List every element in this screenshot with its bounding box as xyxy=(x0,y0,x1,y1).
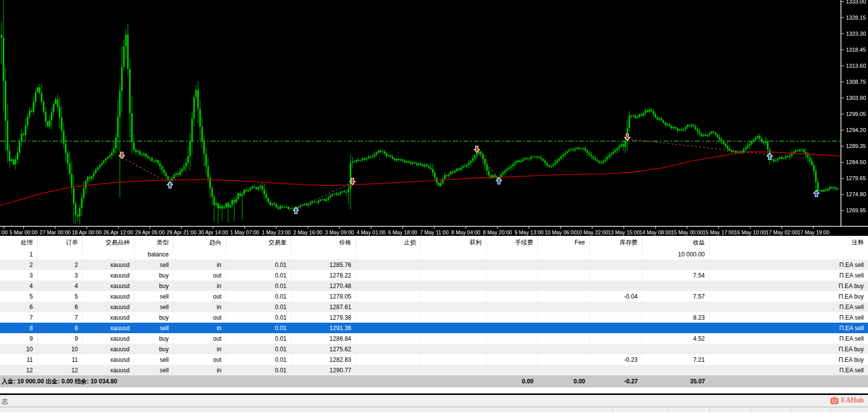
table-cell xyxy=(538,365,589,375)
column-header[interactable]: 手续费 xyxy=(486,236,538,249)
table-cell: out xyxy=(173,333,226,344)
table-cell xyxy=(642,259,709,270)
table-cell: 8 xyxy=(37,323,82,333)
deals-table: 处理订单交易品种类型趋向交易量价格止损获利手续费Fee库存费收益注释1balan… xyxy=(0,236,868,387)
status-separator xyxy=(751,408,752,412)
column-header[interactable]: 交易量 xyxy=(226,236,291,249)
table-cell: 1278.05 xyxy=(291,291,356,302)
table-row[interactable]: 99xauusdbuyout0.011286.844.52Π.EA sell xyxy=(0,333,868,344)
table-row[interactable]: 44xauusdbuyin0.011270.48Π.EA buy xyxy=(0,281,868,291)
column-header[interactable]: 处理 xyxy=(0,236,37,249)
table-cell: out xyxy=(173,291,226,302)
table-cell: 12 xyxy=(0,365,37,375)
table-cell xyxy=(538,259,589,270)
table-cell xyxy=(356,259,420,270)
svg-text:15 May 17:00: 15 May 17:00 xyxy=(703,229,735,235)
table-cell: 2 xyxy=(37,259,82,270)
svg-text:1274.80: 1274.80 xyxy=(846,191,866,197)
table-cell: 0.01 xyxy=(226,323,291,333)
svg-text:1313.60: 1313.60 xyxy=(846,63,866,69)
table-cell xyxy=(486,312,538,323)
table-cell xyxy=(356,302,420,312)
table-cell xyxy=(420,291,486,302)
table-cell: 3 xyxy=(0,270,37,281)
table-cell: xauusd xyxy=(82,344,134,354)
column-header[interactable]: 收益 xyxy=(642,236,709,249)
table-cell: 8 xyxy=(0,323,37,333)
table-cell: sell xyxy=(134,323,173,333)
tab-journal[interactable]: 志 xyxy=(2,397,8,406)
svg-text::00: :00 xyxy=(1,229,8,235)
table-cell xyxy=(486,333,538,344)
table-cell xyxy=(420,259,486,270)
column-header[interactable]: 订单 xyxy=(37,236,82,249)
column-header[interactable]: 获利 xyxy=(420,236,486,249)
svg-text:29 Apr 21:00: 29 Apr 21:00 xyxy=(166,229,197,235)
table-cell: in xyxy=(173,259,226,270)
chart-svg: 1333.001328.151323.301318.451313.601308.… xyxy=(0,0,868,236)
candlestick-chart[interactable]: 1333.001328.151323.301318.451313.601308.… xyxy=(0,0,868,236)
table-cell xyxy=(642,302,709,312)
table-cell xyxy=(486,365,538,375)
column-header[interactable]: Fee xyxy=(538,236,589,249)
table-cell xyxy=(538,302,589,312)
svg-text:1289.35: 1289.35 xyxy=(846,143,866,149)
table-row[interactable]: 77xauusdbuyout0.011279.388.23Π.EA sell xyxy=(0,312,868,323)
table-cell: sell xyxy=(134,365,173,375)
column-header[interactable]: 趋向 xyxy=(173,236,226,249)
table-cell xyxy=(37,249,82,259)
spacer xyxy=(0,387,868,393)
svg-text:13 May 15:00: 13 May 15:00 xyxy=(608,229,640,235)
table-cell: 1270.48 xyxy=(291,281,356,291)
table-cell: sell xyxy=(134,302,173,312)
table-cell xyxy=(486,302,538,312)
table-row[interactable]: 1balance10 000.00 xyxy=(0,249,868,259)
table-cell xyxy=(356,344,420,354)
eahub-logo[interactable]: EAHub xyxy=(830,396,864,404)
table-cell: 5 xyxy=(37,291,82,302)
table-cell xyxy=(420,323,486,333)
table-cell xyxy=(538,333,589,344)
table-cell xyxy=(589,249,642,259)
table-cell xyxy=(642,365,709,375)
column-header[interactable]: 注释 xyxy=(709,236,868,249)
table-cell xyxy=(420,302,486,312)
table-row[interactable]: 1010xauusdbuyin0.011275.62Π.EA buy xyxy=(0,344,868,354)
table-cell: Π.EA sell xyxy=(709,323,868,333)
table-cell: 0.01 xyxy=(226,259,291,270)
table-row[interactable]: 1212xauusdsellin0.011290.77Π.EA sell xyxy=(0,365,868,375)
table-cell: 0.01 xyxy=(226,365,291,375)
table-cell: 7 xyxy=(37,312,82,323)
table-cell: out xyxy=(173,270,226,281)
status-separator xyxy=(830,408,831,412)
table-row[interactable]: 1111xauusdsellout0.011282.83-0.237.21Π.E… xyxy=(0,354,868,365)
table-cell xyxy=(538,281,589,291)
table-cell xyxy=(356,354,420,365)
table-cell xyxy=(486,291,538,302)
status-separator xyxy=(710,408,711,412)
column-header[interactable]: 库存费 xyxy=(589,236,642,249)
table-cell: in xyxy=(173,302,226,312)
column-header[interactable]: 价格 xyxy=(291,236,356,249)
table-row[interactable]: 66xauusdsellin0.011287.61Π.EA sell xyxy=(0,302,868,312)
svg-text:1299.05: 1299.05 xyxy=(846,111,866,117)
table-row[interactable]: 22xauusdsellin0.011285.76Π.EA sell xyxy=(0,259,868,270)
svg-text:10 May 22:00: 10 May 22:00 xyxy=(576,229,608,235)
table-cell xyxy=(173,249,226,259)
table-cell: 4 xyxy=(37,281,82,291)
column-header[interactable]: 止损 xyxy=(356,236,420,249)
table-cell xyxy=(486,354,538,365)
table-row[interactable]: 33xauusdbuyout0.011278.227.54Π.EA sell xyxy=(0,270,868,281)
table-row[interactable]: 55xauusdsellout0.011278.05-0.047.57Π.EA … xyxy=(0,291,868,302)
table-cell: Π.EA sell xyxy=(709,259,868,270)
table-cell xyxy=(642,323,709,333)
column-header[interactable]: 类型 xyxy=(134,236,173,249)
table-cell: 5 xyxy=(0,291,37,302)
table-cell: 1287.61 xyxy=(291,302,356,312)
svg-text:1294.20: 1294.20 xyxy=(846,127,866,133)
column-header[interactable]: 交易品种 xyxy=(82,236,134,249)
table-cell xyxy=(356,249,420,259)
summary-cell xyxy=(709,375,868,387)
table-cell xyxy=(486,344,538,354)
table-row[interactable]: 88xauusdsellin0.011291.36Π.EA sell xyxy=(0,323,868,333)
